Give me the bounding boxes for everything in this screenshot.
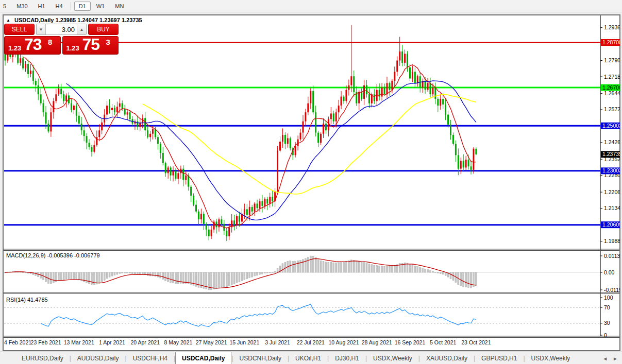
chart-title: ▲ USDCAD,Daily 1.23985 1.24047 1.23697 1… xyxy=(6,17,142,23)
svg-text:1.25720: 1.25720 xyxy=(604,106,620,112)
svg-text:1.23003: 1.23003 xyxy=(602,167,620,174)
timeframe-toolbar: 5 M30 H1 H4 D1 W1 MN xyxy=(0,0,622,12)
buy-price-prefix: 1.23 xyxy=(66,44,79,52)
sell-price-main: 73 xyxy=(24,35,42,54)
sell-button[interactable]: SELL xyxy=(4,24,35,35)
timeframe-m5[interactable]: 5 xyxy=(0,2,11,11)
svg-text:8 May 2021: 8 May 2021 xyxy=(164,339,192,345)
rsi-panel xyxy=(4,304,600,327)
svg-text:15 Jun 2021: 15 Jun 2021 xyxy=(229,339,259,345)
svg-text:1.26440: 1.26440 xyxy=(604,90,620,96)
toolbar-separator xyxy=(71,2,71,10)
svg-text:23 Feb 2021: 23 Feb 2021 xyxy=(31,339,61,345)
chart-window: 1.293601.279001.271801.264401.257201.242… xyxy=(3,14,620,351)
sell-price-button[interactable]: 1.23 73 8 xyxy=(4,36,61,55)
svg-text:1.26700: 1.26700 xyxy=(602,84,620,91)
svg-text:1.29360: 1.29360 xyxy=(604,24,620,30)
svg-text:28 Aug 2021: 28 Aug 2021 xyxy=(362,339,392,345)
tab-xauusd-daily[interactable]: XAUUSD,Daily xyxy=(420,352,474,364)
svg-text:20 Apr 2021: 20 Apr 2021 xyxy=(130,339,160,345)
collapse-arrow-icon[interactable]: ▲ xyxy=(6,18,10,23)
svg-text:1.23735: 1.23735 xyxy=(602,151,620,157)
tab-gbpusd-h1[interactable]: GBPUSD,H1 xyxy=(475,352,523,364)
chart-canvas[interactable]: 1.293601.279001.271801.264401.257201.242… xyxy=(3,15,620,351)
tab-eurusd-daily[interactable]: EURUSD,Daily xyxy=(15,352,70,364)
svg-text:1.27900: 1.27900 xyxy=(604,57,620,63)
svg-text:1.25003: 1.25003 xyxy=(602,123,620,129)
sell-price-pip: 8 xyxy=(48,38,52,46)
svg-text:22 Jul 2021: 22 Jul 2021 xyxy=(297,339,325,345)
svg-text:4 Feb 2021: 4 Feb 2021 xyxy=(4,339,31,345)
tab-usdcad-daily[interactable]: USDCAD,Daily xyxy=(175,352,231,364)
svg-text:1 Apr 2021: 1 Apr 2021 xyxy=(99,339,125,345)
svg-text:13 Mar 2021: 13 Mar 2021 xyxy=(64,339,94,345)
volume-increase-icon[interactable]: ▲ xyxy=(77,24,86,34)
one-click-trading-panel: SELL ▼ ▲ BUY 1.23 73 8 1.23 75 3 xyxy=(4,24,119,55)
tab-usdchf-h4[interactable]: USDCHF,H4 xyxy=(127,352,174,364)
tab-usdx-weekly[interactable]: USDX,Weekly xyxy=(367,352,418,364)
axes: 1.293601.279001.271801.264401.257201.242… xyxy=(3,15,620,351)
buy-button[interactable]: BUY xyxy=(88,24,119,35)
timeframe-mn[interactable]: MN xyxy=(110,2,128,11)
chart-symbol-label: USDCAD,Daily xyxy=(14,17,54,23)
svg-text:3 Jul 2021: 3 Jul 2021 xyxy=(265,339,290,345)
svg-text:1.24260: 1.24260 xyxy=(604,139,620,145)
buy-price-pip: 3 xyxy=(106,38,110,46)
svg-text:0.00: 0.00 xyxy=(604,269,615,275)
svg-text:-0.01190: -0.01190 xyxy=(604,287,620,293)
svg-text:1.19880: 1.19880 xyxy=(604,238,620,244)
timeframe-h4[interactable]: H4 xyxy=(51,2,68,11)
svg-text:0.01135: 0.01135 xyxy=(604,253,620,259)
svg-text:70: 70 xyxy=(604,304,610,310)
tab-usdx-weekly[interactable]: USDX,Weekly xyxy=(525,352,577,364)
svg-text:1.27180: 1.27180 xyxy=(604,74,620,80)
volume-input[interactable] xyxy=(46,24,77,34)
svg-text:30: 30 xyxy=(604,320,610,326)
tab-bar-spacer xyxy=(0,352,15,364)
chart-ohlc-label: 1.23985 1.24047 1.23697 1.23735 xyxy=(55,17,142,23)
svg-text:1.28700: 1.28700 xyxy=(602,39,620,45)
timeframe-m30[interactable]: M30 xyxy=(12,2,32,11)
tabs-scroll-left-icon[interactable]: ◄ xyxy=(602,356,608,361)
svg-text:100: 100 xyxy=(604,294,613,301)
rsi-label: RSI(14) 41.4785 xyxy=(6,297,48,303)
tabs-scroll-right-icon[interactable]: ► xyxy=(613,356,618,361)
tab-ukoil-h1[interactable]: UKOil,H1 xyxy=(289,352,327,364)
svg-text:1.22060: 1.22060 xyxy=(604,189,620,195)
tab-dj30-h1[interactable]: DJ30,H1 xyxy=(329,352,365,364)
timeframe-h1[interactable]: H1 xyxy=(33,2,50,11)
price-panel[interactable] xyxy=(4,25,600,241)
svg-text:10 Aug 2021: 10 Aug 2021 xyxy=(329,339,359,345)
svg-text:1.20609: 1.20609 xyxy=(602,221,620,228)
svg-text:1.21340: 1.21340 xyxy=(604,205,620,211)
chart-tab-bar: EURUSD,Daily|AUDUSD,Daily|USDCHF,H4|USDC… xyxy=(0,352,622,364)
buy-price-button[interactable]: 1.23 75 3 xyxy=(62,36,119,55)
macd-label: MACD(12,26,9) -0.005396 -0.006779 xyxy=(6,252,100,258)
mt4-window: 5 M30 H1 H4 D1 W1 MN 1.293601.279001.271… xyxy=(0,0,622,364)
sell-price-prefix: 1.23 xyxy=(8,44,21,52)
svg-text:27 May 2021: 27 May 2021 xyxy=(196,339,227,345)
svg-text:5 Oct 2021: 5 Oct 2021 xyxy=(430,339,457,345)
timeframe-d1[interactable]: D1 xyxy=(74,2,91,11)
timeframe-w1[interactable]: W1 xyxy=(92,2,110,11)
tab-usdcnh-daily[interactable]: USDCNH,Daily xyxy=(233,352,288,364)
svg-text:0: 0 xyxy=(604,332,607,338)
tab-audusd-daily[interactable]: AUDUSD,Daily xyxy=(71,352,125,364)
buy-price-main: 75 xyxy=(82,35,100,54)
volume-decrease-icon[interactable]: ▼ xyxy=(37,24,46,34)
svg-text:23 Oct 2021: 23 Oct 2021 xyxy=(461,339,491,345)
macd-panel xyxy=(4,256,600,290)
svg-text:16 Sep 2021: 16 Sep 2021 xyxy=(395,339,426,345)
